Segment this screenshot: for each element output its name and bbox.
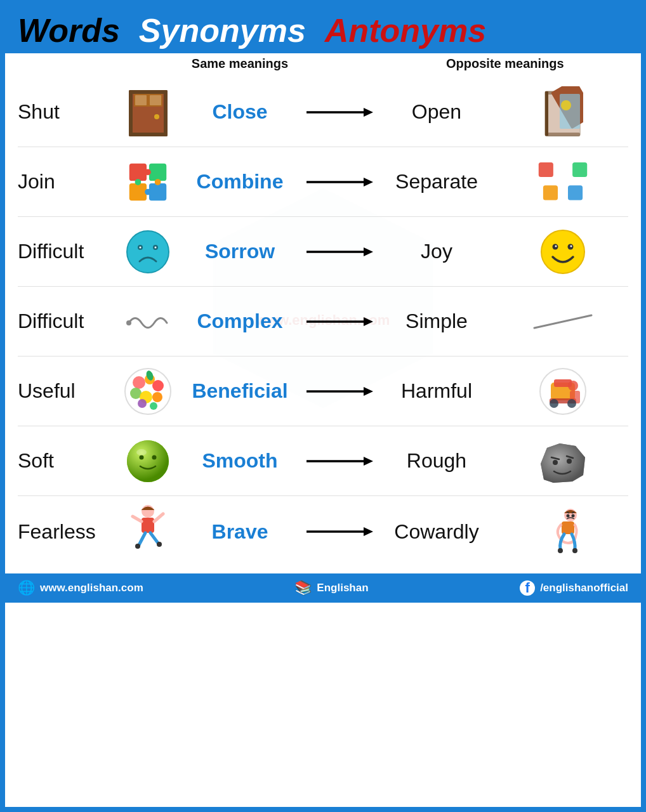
svg-rect-31 bbox=[572, 162, 587, 176]
svg-point-25 bbox=[135, 179, 142, 185]
svg-marker-78 bbox=[541, 443, 585, 483]
svg-point-58 bbox=[150, 402, 157, 410]
svg-rect-33 bbox=[568, 185, 583, 200]
icon-door-closed bbox=[116, 86, 180, 138]
svg-rect-7 bbox=[129, 90, 168, 94]
arrow-complex bbox=[300, 312, 376, 331]
footer-social: f /englishanofficial bbox=[520, 580, 628, 596]
icon-diagonal-line bbox=[497, 312, 628, 331]
arrow-useful bbox=[300, 382, 376, 401]
svg-marker-92 bbox=[364, 527, 373, 536]
synonym-sorrow: Sorrow bbox=[180, 240, 300, 263]
svg-rect-96 bbox=[562, 521, 574, 534]
svg-point-53 bbox=[152, 380, 164, 391]
antonyms-desc: Opposite meanings bbox=[446, 56, 628, 71]
svg-point-27 bbox=[145, 188, 151, 195]
svg-point-98 bbox=[572, 548, 577, 553]
icon-scared-person bbox=[497, 504, 628, 560]
svg-point-79 bbox=[553, 460, 558, 465]
svg-rect-10 bbox=[164, 90, 168, 136]
footer: 🌐 www.englishan.com 📚 Englishan f /engli… bbox=[5, 573, 641, 603]
header-antonyms: Antonyms bbox=[325, 11, 486, 49]
svg-line-49 bbox=[534, 315, 591, 328]
svg-point-66 bbox=[568, 381, 578, 391]
svg-point-26 bbox=[155, 179, 161, 185]
svg-rect-32 bbox=[543, 185, 557, 200]
row-fearless: Fearless Brave bbox=[18, 496, 628, 567]
brand-icon: 📚 bbox=[294, 580, 312, 596]
svg-point-57 bbox=[138, 399, 147, 408]
icon-brave-person bbox=[116, 504, 180, 560]
row-join: Join Combine bbox=[18, 147, 628, 217]
svg-marker-29 bbox=[364, 178, 373, 187]
word-join: Join bbox=[18, 170, 116, 193]
antonym-harmful: Harmful bbox=[376, 379, 497, 403]
svg-line-86 bbox=[154, 514, 163, 521]
svg-rect-9 bbox=[129, 90, 133, 136]
svg-point-41 bbox=[541, 230, 584, 273]
word-shut: Shut bbox=[18, 100, 116, 124]
word-difficult-2: Difficult bbox=[18, 310, 116, 333]
header: Words Synonyms Antonyms bbox=[5, 5, 641, 53]
svg-point-37 bbox=[140, 246, 142, 248]
word-fearless: Fearless bbox=[18, 520, 116, 544]
synonyms-desc: Same meanings bbox=[180, 56, 300, 71]
facebook-icon: f bbox=[520, 580, 535, 596]
arrow-sorrow bbox=[300, 242, 376, 261]
svg-rect-14 bbox=[545, 91, 548, 136]
svg-marker-48 bbox=[364, 317, 373, 326]
icon-sad-face bbox=[116, 230, 180, 274]
row-useful: Useful Beneficial bbox=[18, 357, 628, 426]
icon-healthy-food bbox=[116, 367, 180, 416]
arrow-join bbox=[300, 173, 376, 192]
svg-marker-76 bbox=[364, 457, 373, 466]
svg-point-24 bbox=[145, 169, 151, 175]
svg-point-80 bbox=[567, 459, 572, 464]
row-sorrow: Difficult Sorrow Joy bbox=[18, 217, 628, 287]
synonym-smooth: Smooth bbox=[180, 449, 300, 473]
globe-icon: 🌐 bbox=[18, 580, 35, 596]
svg-point-46 bbox=[126, 320, 131, 325]
svg-marker-61 bbox=[364, 387, 373, 396]
svg-point-34 bbox=[127, 231, 169, 273]
svg-rect-4 bbox=[135, 95, 147, 105]
svg-line-88 bbox=[150, 533, 158, 543]
arrow-shut bbox=[300, 103, 376, 122]
svg-point-44 bbox=[555, 245, 557, 247]
icon-wavy bbox=[116, 310, 180, 332]
word-difficult-1: Difficult bbox=[18, 240, 116, 263]
svg-point-19 bbox=[561, 100, 571, 110]
svg-point-97 bbox=[558, 548, 563, 553]
svg-rect-23 bbox=[149, 183, 166, 200]
svg-rect-84 bbox=[142, 518, 154, 533]
svg-point-38 bbox=[155, 246, 157, 248]
svg-marker-40 bbox=[364, 247, 373, 256]
subheader: Same meanings Opposite meanings bbox=[5, 53, 641, 71]
row-soft: Soft Smooth bbox=[18, 426, 628, 496]
arrow-fearless bbox=[300, 522, 376, 541]
antonym-simple: Simple bbox=[376, 310, 497, 333]
row-complex: Difficult Complex Simple bbox=[18, 287, 628, 357]
icon-junk-food bbox=[497, 367, 628, 416]
svg-point-51 bbox=[133, 376, 145, 389]
synonym-combine: Combine bbox=[180, 170, 300, 193]
svg-rect-5 bbox=[150, 95, 161, 105]
icon-door-open bbox=[497, 86, 628, 138]
svg-rect-18 bbox=[560, 94, 580, 129]
synonym-close: Close bbox=[180, 100, 300, 124]
svg-line-87 bbox=[139, 533, 145, 545]
svg-point-56 bbox=[152, 392, 162, 402]
synonym-brave: Brave bbox=[180, 520, 300, 544]
svg-rect-20 bbox=[129, 163, 147, 180]
antonym-open: Open bbox=[376, 100, 497, 124]
svg-rect-22 bbox=[129, 183, 147, 200]
svg-point-6 bbox=[154, 114, 159, 119]
synonym-beneficial: Beneficial bbox=[180, 379, 300, 403]
icon-green-ball bbox=[116, 438, 180, 484]
svg-point-71 bbox=[127, 440, 169, 482]
svg-point-68 bbox=[550, 399, 558, 408]
synonym-complex: Complex bbox=[180, 310, 300, 333]
svg-point-89 bbox=[135, 544, 140, 549]
svg-point-99 bbox=[566, 514, 569, 518]
svg-rect-30 bbox=[538, 162, 553, 176]
